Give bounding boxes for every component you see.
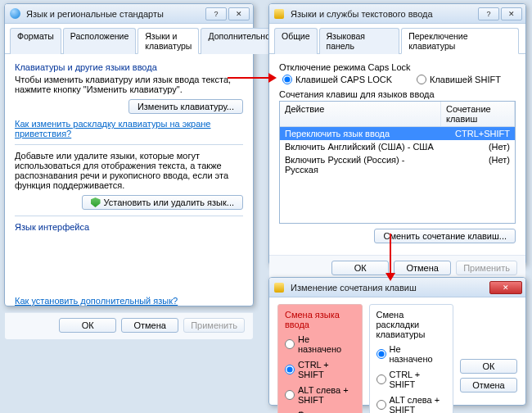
globe-icon <box>8 7 21 20</box>
window-title: Язык и региональные стандарты <box>26 9 205 19</box>
window-title: Изменение сочетания клавиш <box>291 283 489 293</box>
cancel-button[interactable]: Отмена <box>394 261 451 275</box>
close-button[interactable]: ✕ <box>228 7 250 20</box>
kl-ctrl-shift[interactable]: CTRL + SHIFT <box>376 370 447 389</box>
keyboard-icon <box>273 7 286 20</box>
change-shortcut-button[interactable]: Сменить сочетание клавиш... <box>374 229 516 243</box>
change-keyboard-button[interactable]: Изменить клавиатуру... <box>128 99 243 114</box>
tab-kb-switch[interactable]: Переключение клавиатуры <box>401 28 519 54</box>
col-shortcut[interactable]: Сочетание клавиш <box>441 102 515 126</box>
kb-layout-group: Смена раскладки клавиатуры Не назначено … <box>369 304 454 413</box>
install-lang-text: Добавьте или удалите языки, которые могу… <box>15 151 243 190</box>
il-ctrl-shift[interactable]: CTRL + SHIFT <box>285 360 355 379</box>
shortcut-list[interactable]: Действие Сочетание клавиш Переключить яз… <box>279 101 516 224</box>
caps-lock-radio[interactable]: Клавишей CAPS LOCK <box>282 75 392 84</box>
apply-button: Применить <box>456 261 517 275</box>
tab-location[interactable]: Расположение <box>63 28 136 54</box>
shift-radio[interactable]: Клавишей SHIFT <box>417 75 501 84</box>
input-lang-head: Смена языка ввода <box>285 310 355 329</box>
cancel-button[interactable]: Отмена <box>121 318 178 333</box>
tab-additional[interactable]: Дополнительно <box>201 28 277 54</box>
list-row[interactable]: Включить Английский (США) - США(Нет) <box>280 140 515 153</box>
ui-lang-heading: Язык интерфейса <box>15 222 243 232</box>
how-install-link[interactable]: Как установить дополнительный язык? <box>15 296 178 306</box>
close-button[interactable]: ✕ <box>501 7 522 20</box>
tab-lang-panel[interactable]: Языковая панель <box>319 28 400 54</box>
caps-heading: Отключение режима Caps Lock <box>279 62 516 72</box>
cancel-button[interactable]: Отмена <box>460 378 517 393</box>
ok-button[interactable]: ОК <box>460 359 517 374</box>
close-button[interactable]: ✕ <box>489 281 522 294</box>
tabs: Форматы Расположение Языки и клавиатуры … <box>5 24 253 54</box>
kl-alt-shift[interactable]: ALT слева + SHIFT <box>376 395 447 413</box>
welcome-layout-link[interactable]: Как изменить раскладку клавиатуры на экр… <box>15 119 243 138</box>
help-button[interactable]: ? <box>478 7 499 20</box>
col-action[interactable]: Действие <box>280 102 441 126</box>
help-button[interactable]: ? <box>205 7 227 20</box>
list-row[interactable]: Переключить язык вводаCTRL+SHIFT <box>280 127 515 140</box>
kb-layout-head: Смена раскладки клавиатуры <box>376 310 447 339</box>
il-alt-shift[interactable]: ALT слева + SHIFT <box>285 385 355 405</box>
keyboard-icon <box>273 281 286 294</box>
kb-other-heading: Клавиатуры и другие языки ввода <box>15 62 243 72</box>
kb-other-text: Чтобы изменить клавиатуру или язык ввода… <box>15 75 243 94</box>
tab-general[interactable]: Общие <box>274 28 318 54</box>
kl-none[interactable]: Не назначено <box>376 344 447 364</box>
install-language-button[interactable]: Установить или удалить язык... <box>82 195 244 210</box>
shield-icon <box>91 197 101 207</box>
apply-button: Применить <box>183 318 245 333</box>
list-row[interactable]: Включить Русский (Россия) - Русская(Нет) <box>280 153 515 176</box>
ok-button[interactable]: ОК <box>331 261 389 275</box>
combo-heading: Сочетания клавиш для языков ввода <box>279 89 516 99</box>
tabs: Общие Языковая панель Переключение клави… <box>269 24 525 54</box>
input-lang-group: Смена языка ввода Не назначено CTRL + SH… <box>277 304 363 413</box>
tab-formats[interactable]: Форматы <box>10 28 61 54</box>
window-title: Языки и службы текстового ввода <box>291 9 478 19</box>
il-none[interactable]: Не назначено <box>285 334 355 354</box>
tab-languages-keyboards[interactable]: Языки и клавиатуры <box>138 28 199 54</box>
ok-button[interactable]: ОК <box>59 318 116 333</box>
